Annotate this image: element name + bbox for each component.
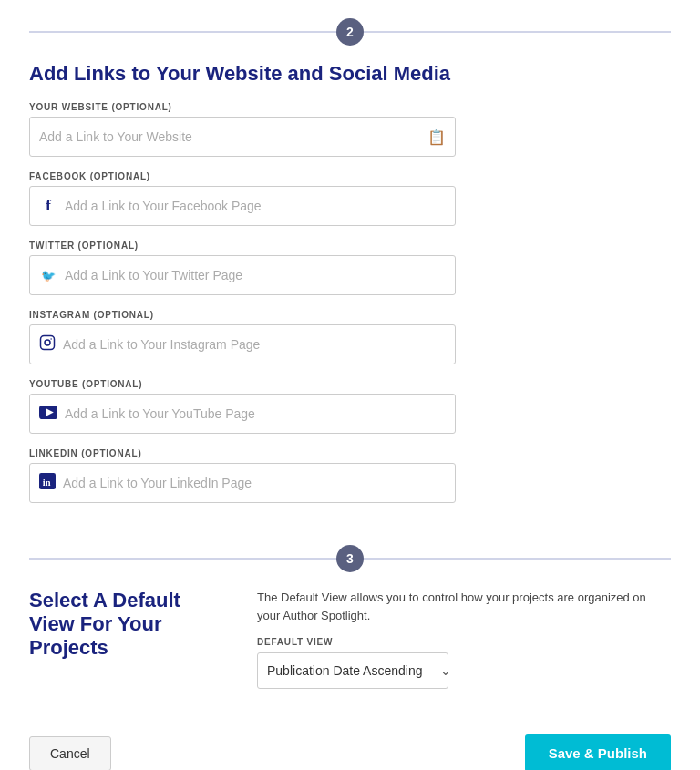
- section3-content: Select A Default View For Your Projects …: [29, 589, 671, 689]
- linkedin-icon: in: [39, 473, 56, 493]
- linkedin-input-wrapper[interactable]: in: [29, 463, 456, 503]
- instagram-input-wrapper[interactable]: [29, 324, 456, 364]
- facebook-icon: f: [39, 197, 57, 215]
- twitter-field-group: TWITTER (OPTIONAL) 🐦: [29, 241, 671, 295]
- step2-circle: 2: [336, 18, 364, 46]
- section2-title: Add Links to Your Website and Social Med…: [29, 62, 671, 86]
- default-view-label: DEFAULT VIEW: [257, 637, 671, 647]
- twitter-icon: 🐦: [39, 269, 57, 282]
- website-label: YOUR WEBSITE (OPTIONAL): [29, 102, 671, 112]
- divider-line-right: [364, 31, 671, 33]
- instagram-field-group: INSTAGRAM (OPTIONAL): [29, 310, 671, 364]
- section3-left: Select A Default View For Your Projects: [29, 589, 230, 689]
- divider-line-left: [29, 31, 336, 33]
- facebook-field-group: FACEBOOK (OPTIONAL) f: [29, 171, 671, 226]
- svg-text:in: in: [43, 477, 51, 488]
- step3-circle: 3: [336, 545, 364, 572]
- default-view-select-wrapper[interactable]: Publication Date Ascending Publication D…: [257, 652, 448, 689]
- chevron-down-icon[interactable]: ⌄: [440, 663, 448, 678]
- clipboard-icon: 📋: [427, 128, 446, 146]
- linkedin-input[interactable]: [56, 476, 446, 490]
- youtube-input-wrapper[interactable]: [29, 394, 456, 434]
- twitter-input[interactable]: [57, 268, 446, 282]
- section3-title: Select A Default View For Your Projects: [29, 589, 230, 660]
- website-input-wrapper[interactable]: 📋: [29, 117, 456, 157]
- linkedin-label: LINKEDIN (OPTIONAL): [29, 448, 671, 458]
- step2-divider: 2: [29, 18, 671, 46]
- step3-divider-line-left: [29, 558, 336, 560]
- youtube-input[interactable]: [57, 406, 446, 421]
- instagram-label: INSTAGRAM (OPTIONAL): [29, 310, 671, 320]
- linkedin-field-group: LINKEDIN (OPTIONAL) in: [29, 448, 671, 503]
- website-input[interactable]: [39, 129, 427, 144]
- section3-description: The Default View allows you to control h…: [257, 589, 671, 624]
- svg-point-1: [45, 340, 50, 345]
- facebook-input[interactable]: [57, 199, 446, 213]
- step3-divider-line-right: [364, 558, 671, 560]
- cancel-button[interactable]: Cancel: [29, 736, 111, 771]
- twitter-label: TWITTER (OPTIONAL): [29, 241, 671, 251]
- facebook-label: FACEBOOK (OPTIONAL): [29, 171, 671, 181]
- default-view-select[interactable]: Publication Date Ascending Publication D…: [258, 663, 440, 678]
- save-publish-button[interactable]: Save & Publish: [525, 734, 671, 770]
- instagram-icon: [39, 334, 56, 354]
- section3-right: The Default View allows you to control h…: [257, 589, 671, 689]
- twitter-input-wrapper[interactable]: 🐦: [29, 255, 456, 295]
- website-field-group: YOUR WEBSITE (OPTIONAL) 📋: [29, 102, 671, 157]
- step3-divider: 3: [29, 545, 671, 572]
- facebook-input-wrapper[interactable]: f: [29, 186, 456, 226]
- youtube-label: YOUTUBE (OPTIONAL): [29, 379, 671, 389]
- svg-point-2: [50, 338, 52, 340]
- svg-rect-0: [41, 336, 55, 350]
- youtube-field-group: YOUTUBE (OPTIONAL): [29, 379, 671, 434]
- youtube-icon: [39, 406, 57, 423]
- bottom-bar: Cancel Save & Publish: [29, 725, 671, 770]
- instagram-input[interactable]: [56, 337, 446, 352]
